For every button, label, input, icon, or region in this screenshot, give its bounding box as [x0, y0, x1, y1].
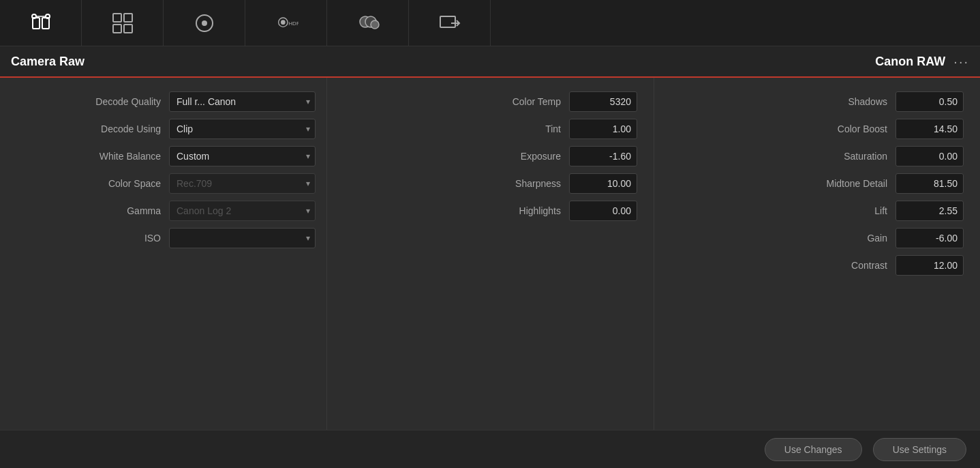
- footer: Use Changes Use Settings: [0, 430, 980, 468]
- svg-rect-16: [440, 16, 455, 27]
- gamma-select[interactable]: Canon Log 2: [169, 201, 316, 221]
- toolbar-grid[interactable]: [82, 0, 164, 46]
- contrast-label: Contrast: [799, 260, 887, 271]
- shadows-value[interactable]: 0.50: [895, 91, 964, 112]
- exposure-row: Exposure -1.60: [343, 146, 637, 166]
- svg-point-2: [32, 14, 36, 18]
- tint-value[interactable]: 1.00: [569, 119, 637, 139]
- shadows-row: Shadows 0.50: [671, 91, 964, 112]
- midtone-detail-row: Midtone Detail 81.50: [671, 173, 964, 194]
- sharpness-label: Sharpness: [472, 178, 561, 189]
- svg-rect-4: [113, 14, 121, 22]
- decode-using-wrapper: Clip ▾: [169, 119, 316, 139]
- svg-rect-1: [42, 18, 49, 29]
- contrast-row: Contrast 12.00: [671, 255, 964, 276]
- decode-using-select[interactable]: Clip: [169, 119, 316, 139]
- saturation-value[interactable]: 0.00: [895, 146, 964, 166]
- decode-using-label: Decode Using: [72, 123, 161, 134]
- svg-point-15: [371, 20, 379, 29]
- color-space-wrapper: Rec.709 ▾: [169, 173, 316, 194]
- toolbar-home[interactable]: [0, 0, 82, 46]
- color-space-label: Color Space: [72, 178, 161, 189]
- page-title: Camera Raw: [11, 55, 85, 69]
- exposure-value[interactable]: -1.60: [569, 146, 637, 166]
- white-balance-wrapper: Custom ▾: [169, 146, 316, 166]
- exposure-label: Exposure: [472, 151, 561, 162]
- toolbar: HDR: [0, 0, 980, 46]
- use-settings-button[interactable]: Use Settings: [873, 438, 966, 461]
- highlights-label: Highlights: [472, 205, 561, 216]
- left-panel: Decode Quality Full r... Canon ▾ Decode …: [0, 78, 327, 430]
- color-boost-label: Color Boost: [799, 123, 887, 134]
- tint-label: Tint: [472, 123, 561, 134]
- gain-value[interactable]: -6.00: [895, 228, 964, 248]
- toolbar-hdr[interactable]: HDR: [245, 0, 327, 46]
- right-panel: Shadows 0.50 Color Boost 14.50 Saturatio…: [654, 78, 980, 430]
- saturation-label: Saturation: [799, 151, 887, 162]
- midtone-detail-value[interactable]: 81.50: [895, 173, 964, 194]
- use-changes-button[interactable]: Use Changes: [765, 438, 862, 461]
- lift-row: Lift 2.55: [671, 201, 964, 221]
- lift-value[interactable]: 2.55: [895, 201, 964, 221]
- color-temp-row: Color Temp 5320: [343, 91, 637, 112]
- iso-wrapper: ▾: [169, 228, 316, 248]
- toolbar-circle[interactable]: [164, 0, 245, 46]
- decode-quality-row: Decode Quality Full r... Canon ▾: [11, 91, 316, 112]
- iso-select[interactable]: [169, 228, 316, 248]
- gain-label: Gain: [799, 233, 887, 244]
- highlights-row: Highlights 0.00: [343, 201, 637, 221]
- toolbar-color[interactable]: [327, 0, 409, 46]
- more-options-button[interactable]: ···: [953, 54, 969, 70]
- svg-rect-0: [33, 18, 40, 29]
- contrast-value[interactable]: 12.00: [895, 255, 964, 276]
- decode-using-row: Decode Using Clip ▾: [11, 119, 316, 139]
- gamma-label: Gamma: [72, 205, 161, 216]
- sharpness-value[interactable]: 10.00: [569, 173, 637, 194]
- tint-row: Tint 1.00: [343, 119, 637, 139]
- color-space-row: Color Space Rec.709 ▾: [11, 173, 316, 194]
- svg-point-11: [281, 20, 284, 24]
- highlights-value[interactable]: 0.00: [569, 201, 637, 221]
- color-space-select[interactable]: Rec.709: [169, 173, 316, 194]
- sharpness-row: Sharpness 10.00: [343, 173, 637, 194]
- saturation-row: Saturation 0.00: [671, 146, 964, 166]
- decode-quality-wrapper: Full r... Canon ▾: [169, 91, 316, 112]
- white-balance-row: White Balance Custom ▾: [11, 146, 316, 166]
- gamma-wrapper: Canon Log 2 ▾: [169, 201, 316, 221]
- color-temp-label: Color Temp: [472, 96, 561, 107]
- center-panel: Color Temp 5320 Tint 1.00 Exposure -1.60…: [327, 78, 654, 430]
- title-bar: Camera Raw Canon RAW ···: [0, 46, 980, 78]
- svg-point-9: [202, 21, 206, 25]
- svg-text:HDR: HDR: [288, 20, 298, 26]
- color-boost-row: Color Boost 14.50: [671, 119, 964, 139]
- svg-rect-5: [124, 14, 132, 22]
- color-boost-value[interactable]: 14.50: [895, 119, 964, 139]
- white-balance-select[interactable]: Custom: [169, 146, 316, 166]
- decode-quality-select[interactable]: Full r... Canon: [169, 91, 316, 112]
- main-content: Decode Quality Full r... Canon ▾ Decode …: [0, 78, 980, 430]
- toolbar-export[interactable]: [409, 0, 491, 46]
- svg-rect-6: [113, 25, 121, 33]
- gamma-row: Gamma Canon Log 2 ▾: [11, 201, 316, 221]
- shadows-label: Shadows: [799, 96, 887, 107]
- color-temp-value[interactable]: 5320: [569, 91, 637, 112]
- midtone-detail-label: Midtone Detail: [799, 178, 887, 189]
- format-label: Canon RAW: [875, 55, 945, 69]
- gain-row: Gain -6.00: [671, 228, 964, 248]
- iso-row: ISO ▾: [11, 228, 316, 248]
- title-bar-right: Canon RAW ···: [875, 54, 969, 70]
- svg-point-3: [46, 14, 50, 18]
- decode-quality-label: Decode Quality: [72, 96, 161, 107]
- iso-label: ISO: [72, 233, 161, 244]
- lift-label: Lift: [799, 205, 887, 216]
- svg-rect-7: [124, 25, 132, 33]
- white-balance-label: White Balance: [72, 151, 161, 162]
